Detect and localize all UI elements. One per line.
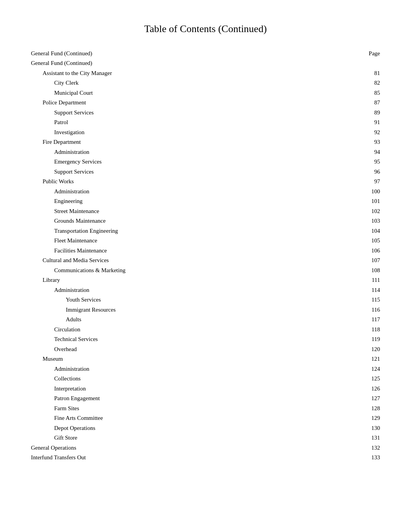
toc-entry-page: 133	[372, 453, 380, 463]
toc-row: Cultural and Media Services107	[31, 256, 380, 266]
toc-entry-page: 130	[372, 423, 380, 433]
toc-row: Fire Department93	[31, 137, 380, 147]
toc-row: Collections125	[31, 374, 380, 384]
toc-entry-page: 124	[372, 364, 380, 374]
page-title: Table of Contents (Continued)	[31, 23, 380, 35]
toc-entry-page: 93	[374, 137, 380, 147]
toc-entry-page: 114	[372, 285, 380, 295]
toc-entry-label: Overhead	[31, 344, 77, 355]
toc-entry-page: 127	[372, 394, 380, 404]
toc-entry-label: Museum	[31, 354, 63, 364]
toc-entry-page: 105	[372, 236, 380, 246]
toc-section-header: General Fund (Continued)	[31, 50, 92, 57]
toc-entry-page: 106	[372, 246, 380, 256]
toc-entry-label: Municipal Court	[31, 88, 93, 98]
toc-row: Youth Services115	[31, 295, 380, 305]
toc-row: Administration100	[31, 187, 380, 197]
toc-entry-page: 117	[372, 315, 380, 325]
toc-entry-label: Investigation	[31, 128, 84, 138]
toc-entry-label: Administration	[31, 147, 89, 157]
toc-row: Transportation Engineering104	[31, 226, 380, 236]
toc-entry-page: 132	[372, 443, 380, 453]
toc-entry-label: Interfund Transfers Out	[31, 453, 86, 463]
toc-entry-page: 100	[372, 187, 380, 197]
toc-entry-label: General Operations	[31, 443, 76, 453]
toc-row: Administration94	[31, 147, 380, 157]
toc-entry-label: Street Maintenance	[31, 206, 99, 217]
toc-row: Assistant to the City Manager81	[31, 68, 380, 78]
toc-rows: General Fund (Continued)Assistant to the…	[31, 58, 380, 463]
toc-entry-label: Administration	[31, 187, 89, 197]
toc-entry-label: Emergency Services	[31, 157, 102, 167]
toc-entry-label: Fire Department	[31, 137, 81, 147]
toc-row: Municipal Court85	[31, 88, 380, 98]
toc-entry-page: 121	[372, 354, 380, 364]
toc-row: City Clerk82	[31, 78, 380, 88]
toc-entry-page: 103	[372, 216, 380, 226]
toc-container: General Fund (Continued) Page General Fu…	[31, 50, 380, 463]
toc-page-header: Page	[369, 50, 380, 57]
toc-row: Immigrant Resources116	[31, 305, 380, 315]
toc-row: Interfund Transfers Out133	[31, 453, 380, 463]
toc-row: Administration114	[31, 285, 380, 295]
toc-entry-label: Interpretation	[31, 384, 86, 394]
toc-entry-page: 131	[372, 433, 380, 443]
toc-row: Museum121	[31, 354, 380, 364]
toc-entry-label: Collections	[31, 374, 80, 384]
toc-entry-label: Youth Services	[31, 295, 101, 305]
toc-header-row: General Fund (Continued) Page	[31, 50, 380, 57]
toc-entry-label: Fleet Maintenance	[31, 236, 97, 246]
toc-entry-label: City Clerk	[31, 78, 79, 88]
toc-entry-page: 91	[374, 118, 380, 128]
toc-entry-page: 89	[374, 108, 380, 118]
toc-entry-page: 118	[372, 325, 380, 335]
toc-entry-page: 116	[372, 305, 380, 315]
toc-row: Emergency Services95	[31, 157, 380, 167]
toc-row: Library111	[31, 275, 380, 285]
toc-row: Depot Operations130	[31, 423, 380, 433]
toc-entry-page: 82	[374, 78, 380, 88]
toc-entry-page: 96	[374, 167, 380, 177]
toc-entry-label: Farm Sites	[31, 404, 79, 414]
toc-row: Gift Store131	[31, 433, 380, 443]
toc-row: Fine Arts Committee129	[31, 413, 380, 423]
toc-row: Patrol91	[31, 118, 380, 128]
toc-entry-label: Engineering	[31, 196, 82, 206]
toc-entry-label: Grounds Maintenance	[31, 216, 106, 226]
toc-row: Support Services96	[31, 167, 380, 177]
toc-entry-label: Administration	[31, 285, 89, 295]
toc-entry-label: Assistant to the City Manager	[31, 68, 112, 78]
toc-entry-label: Administration	[31, 364, 89, 374]
toc-entry-label: Patron Engagement	[31, 394, 100, 404]
toc-entry-label: Fine Arts Committee	[31, 413, 103, 423]
toc-entry-page: 125	[372, 374, 380, 384]
toc-entry-label: Support Services	[31, 167, 94, 177]
toc-entry-label: Circulation	[31, 325, 80, 335]
toc-entry-page: 104	[372, 226, 380, 236]
toc-row: Police Department87	[31, 98, 380, 108]
toc-row: Public Works97	[31, 177, 380, 187]
toc-entry-label: Gift Store	[31, 433, 77, 443]
toc-entry-page: 85	[374, 88, 380, 98]
toc-row: General Operations132	[31, 443, 380, 453]
toc-entry-page: 128	[372, 404, 380, 414]
toc-row: Engineering101	[31, 196, 380, 206]
toc-row: Patron Engagement127	[31, 394, 380, 404]
toc-row: Adults117	[31, 315, 380, 325]
toc-row: General Fund (Continued)	[31, 58, 380, 68]
toc-entry-page: 111	[372, 275, 380, 285]
toc-entry-label: Cultural and Media Services	[31, 256, 109, 266]
toc-entry-label: Adults	[31, 315, 81, 325]
toc-entry-label: Communications & Marketing	[31, 266, 125, 276]
toc-row: Technical Services119	[31, 334, 380, 344]
toc-row: Farm Sites128	[31, 404, 380, 414]
toc-entry-page: 95	[374, 157, 380, 167]
toc-row: Street Maintenance102	[31, 206, 380, 217]
toc-entry-page: 102	[372, 206, 380, 217]
toc-entry-label: Police Department	[31, 98, 86, 108]
toc-entry-page: 120	[372, 344, 380, 355]
toc-entry-page: 129	[372, 413, 380, 423]
toc-row: Investigation92	[31, 128, 380, 138]
toc-row: Facilities Maintenance106	[31, 246, 380, 256]
toc-entry-label: Library	[31, 275, 60, 285]
